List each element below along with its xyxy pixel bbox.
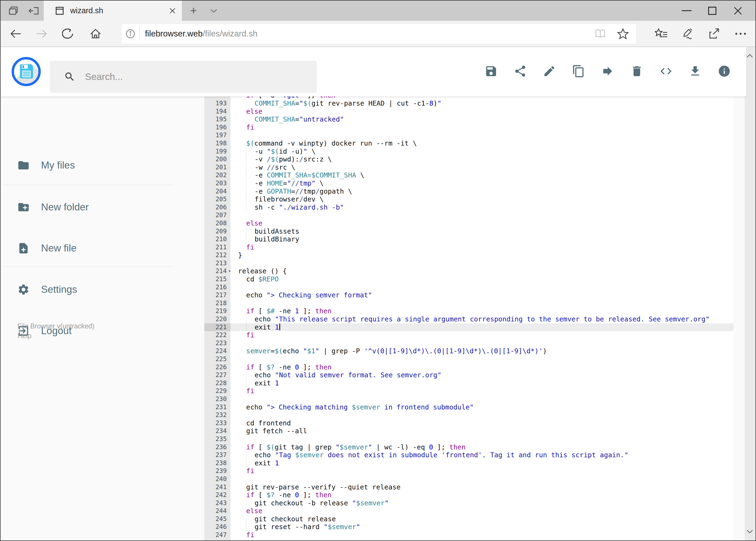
move-button[interactable] xyxy=(601,65,614,78)
code-line[interactable]: 210 buildBinary xyxy=(204,235,734,244)
code-line[interactable]: 238 exit 1 xyxy=(204,459,734,467)
refresh-button[interactable] xyxy=(57,21,79,46)
code-line[interactable]: 211 fi xyxy=(204,244,734,252)
code-editor[interactable]: if [ -d ".git" ]; then193 COMMIT_SHA="$(… xyxy=(204,96,734,540)
share-page-button[interactable] xyxy=(703,21,724,46)
site-info-icon[interactable] xyxy=(122,29,139,39)
code-line[interactable]: 214▾release () { xyxy=(204,267,734,275)
search-input[interactable] xyxy=(85,71,317,82)
code-line[interactable]: 224 semver=$(echo "$1" | grep -P '^v(0|[… xyxy=(204,347,734,355)
forward-button[interactable] xyxy=(31,21,52,46)
code-line[interactable]: 229 fi xyxy=(204,387,734,395)
code-line[interactable]: 222 fi xyxy=(204,331,734,339)
copy-button[interactable] xyxy=(572,65,585,78)
code-line[interactable]: 200 -v /$(pwd):/src:z \ xyxy=(204,155,734,164)
code-line[interactable]: 220 echo "This release script requires a… xyxy=(204,315,734,323)
code-line[interactable]: 247 fi xyxy=(204,531,734,539)
code-line[interactable]: 234 git fetch --all xyxy=(204,427,734,435)
code-line[interactable]: 201 -w //src \ xyxy=(204,164,734,172)
code-line[interactable]: 240 xyxy=(204,475,734,483)
code-line[interactable]: 231 echo "> Checking matching $semver in… xyxy=(204,403,734,411)
sidebar-item-logout[interactable]: Logout xyxy=(1,319,179,343)
rename-button[interactable] xyxy=(543,65,556,78)
code-line[interactable]: 199 -u "$(id -u)" \ xyxy=(204,148,734,156)
code-line[interactable]: 217 echo "> Checking semver format" xyxy=(204,291,734,299)
code-line[interactable]: 241 git rev-parse --verify --quiet relea… xyxy=(204,483,734,491)
page-scrollbar[interactable] xyxy=(745,47,755,540)
back-button[interactable] xyxy=(5,21,26,46)
info-button[interactable] xyxy=(718,65,731,78)
code-line[interactable]: 228 exit 1 xyxy=(204,379,734,387)
browser-tab[interactable]: wizard.sh xyxy=(44,1,182,21)
code-line[interactable]: 227 echo "Not valid semver format. See s… xyxy=(204,371,734,379)
favorites-hub-button[interactable] xyxy=(650,21,672,46)
code-line[interactable]: 194 else xyxy=(204,108,734,116)
code-line[interactable]: if [ -d ".git" ]; then xyxy=(204,96,734,99)
code-line[interactable]: 195 COMMIT_SHA="untracked" xyxy=(204,115,734,124)
download-button[interactable] xyxy=(688,65,702,78)
code-line[interactable]: 239 fi xyxy=(204,467,734,475)
address-bar[interactable]: filebrowser.web/files/wizard.sh xyxy=(121,24,637,44)
code-line[interactable]: 223 xyxy=(204,339,734,347)
code-line[interactable]: 242 if [ $? -ne 0 ]; then xyxy=(204,491,734,499)
sidebar-item-new-folder[interactable]: New folder xyxy=(1,195,179,219)
code-line[interactable]: 233 cd frontend xyxy=(204,419,734,427)
share-button[interactable] xyxy=(514,65,527,78)
maximize-button[interactable] xyxy=(699,1,725,21)
minimize-button[interactable] xyxy=(674,1,699,21)
filebrowser-logo xyxy=(12,57,41,86)
code-line[interactable]: 193 COMMIT_SHA="$(git rev-parse HEAD | c… xyxy=(204,99,734,108)
code-line[interactable]: 219 if [ $# -ne 1 ]; then xyxy=(204,307,734,315)
code-line[interactable]: 213 xyxy=(204,259,734,268)
code-line[interactable]: 216 xyxy=(204,283,734,291)
code-line[interactable]: 202 -e COMMIT_SHA=$COMMIT_SHA \ xyxy=(204,171,734,179)
code-line[interactable]: 212} xyxy=(204,251,734,259)
favorite-star-button[interactable] xyxy=(612,28,634,39)
code-line[interactable]: 236 if [ $(git tag | grep "$semver" | wc… xyxy=(204,443,734,451)
code-line[interactable]: 246 git reset --hard "$semver" xyxy=(204,523,734,531)
code-line[interactable]: 235 xyxy=(204,435,734,443)
fold-toggle-icon[interactable]: ▾ xyxy=(228,267,231,275)
line-number: 223 xyxy=(204,339,230,347)
tab-close-button[interactable] xyxy=(163,1,182,21)
annotate-button[interactable] xyxy=(677,21,698,46)
code-line[interactable]: 230 xyxy=(204,395,734,403)
new-tab-button[interactable]: + xyxy=(184,1,203,21)
code-line[interactable]: 203 -e HOME="//tmp" \ xyxy=(204,179,734,188)
close-button[interactable] xyxy=(725,1,751,21)
tab-list-button[interactable] xyxy=(204,1,223,21)
code-line[interactable]: 232 xyxy=(204,411,734,419)
save-icon xyxy=(484,65,498,79)
code-line-text: -v /$(pwd):/src:z \ xyxy=(230,155,734,164)
code-line[interactable]: 198 $(command -v winpty) docker run --rm… xyxy=(204,139,734,148)
code-line[interactable]: 207 xyxy=(204,211,734,219)
save-button[interactable] xyxy=(484,65,498,78)
more-menu-button[interactable] xyxy=(730,21,751,46)
raw-view-button[interactable] xyxy=(659,65,672,78)
code-line[interactable]: 215 cd $REPO xyxy=(204,275,734,283)
code-line[interactable]: 244 else xyxy=(204,507,734,515)
code-line[interactable]: 221 exit 1 xyxy=(204,323,734,331)
code-line[interactable]: 243 git checkout -b release "$semver" xyxy=(204,499,734,507)
code-line[interactable]: 226 if [ $? -ne 0 ]; then xyxy=(204,363,734,371)
tab-preview-button[interactable] xyxy=(3,1,24,21)
code-line[interactable]: 225 xyxy=(204,355,734,363)
code-line[interactable]: 218 xyxy=(204,299,734,307)
delete-button[interactable] xyxy=(630,65,643,78)
code-line[interactable]: 245 git checkout release xyxy=(204,515,734,523)
code-line[interactable]: 204 -e GOPATH=//tmp/gopath \ xyxy=(204,188,734,196)
set-tabs-aside-button[interactable] xyxy=(23,1,45,21)
code-line[interactable]: 206 sh -c "./wizard.sh -b" xyxy=(204,204,734,212)
code-line[interactable]: 209 buildAssets xyxy=(204,228,734,236)
sidebar-item-my-files[interactable]: My files xyxy=(1,153,179,178)
code-line[interactable]: 197 xyxy=(204,131,734,139)
code-line[interactable]: 196 fi xyxy=(204,124,734,132)
code-line[interactable]: 237 echo "Tag $semver does not exist in … xyxy=(204,451,734,459)
code-line[interactable]: 208 else xyxy=(204,219,734,228)
scroll-down-icon[interactable] xyxy=(745,525,755,538)
sidebar-item-new-file[interactable]: New file xyxy=(1,236,179,261)
search-bar[interactable] xyxy=(50,61,317,93)
sidebar-item-settings[interactable]: Settings xyxy=(1,277,179,302)
code-line[interactable]: 205 filebrowser/dev \ xyxy=(204,195,734,204)
home-button[interactable] xyxy=(85,21,106,46)
